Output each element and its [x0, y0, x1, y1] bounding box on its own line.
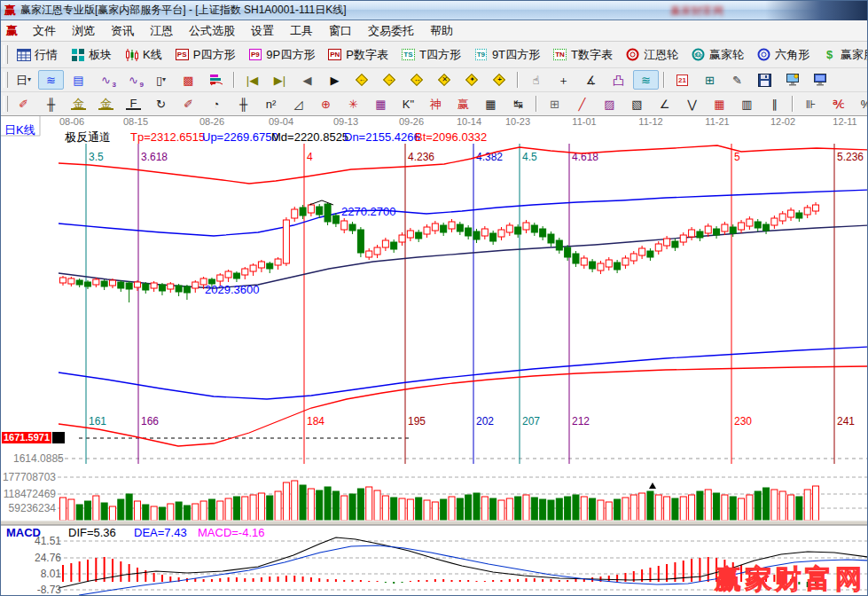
pattern-red-button[interactable]: ▩ [176, 70, 201, 90]
9t-square-button[interactable]: T99T四方形 [468, 44, 545, 66]
volume-bar [267, 496, 273, 521]
wave-9-button[interactable]: ∿9 [121, 70, 146, 90]
t-square-button[interactable]: TST四方形 [395, 44, 466, 66]
n-square-button[interactable]: n² [258, 94, 284, 114]
notes-button[interactable]: ✎ [724, 70, 750, 90]
remote-pc-button[interactable] [807, 70, 833, 90]
grid-red-button[interactable]: ▦ [707, 94, 732, 114]
candle-style-button[interactable]: ▯▾ [148, 70, 174, 90]
f-lines-button[interactable]: F [121, 95, 146, 113]
grid-purple-icon: ▦ [373, 97, 388, 111]
wave-3-button[interactable]: ∿3 [93, 70, 119, 90]
menu-item-窗口[interactable]: 窗口 [321, 21, 360, 41]
diamond-cross-button[interactable]: ✕ [432, 70, 457, 90]
menu-item-帮助[interactable]: 帮助 [422, 21, 461, 41]
volume-bar [680, 497, 686, 521]
time-circle-button[interactable]: ◔ [203, 94, 229, 114]
menu-item-工具[interactable]: 工具 [282, 21, 321, 41]
quotes-button[interactable]: 行情 [11, 44, 63, 66]
volume-bar [250, 495, 256, 521]
crosshair-tool-button[interactable]: ＋ [551, 70, 576, 90]
grid-purple-button[interactable]: ▦ [368, 94, 394, 114]
period-selector-button[interactable]: 日▾ [11, 70, 36, 90]
9p-square-button[interactable]: P99P四方形 [242, 44, 320, 66]
pattern-red-icon: ▩ [181, 73, 196, 87]
frame-tool-button[interactable]: ⊞ [542, 94, 567, 114]
calculator-button[interactable]: ⊞ [697, 70, 723, 90]
star-grid-button[interactable]: ✳ [340, 94, 366, 114]
gold-line-1-button[interactable]: 金 [66, 95, 91, 113]
menu-item-江恩[interactable]: 江恩 [142, 21, 181, 41]
net-tools-button[interactable] [779, 70, 805, 90]
next-bar-button[interactable]: ▶ [322, 70, 348, 90]
kline-icon [124, 48, 139, 62]
fan-red-button[interactable]: ╱ [569, 94, 595, 114]
pattern-teal-button[interactable]: ≋ [633, 70, 659, 90]
width-arrows-button[interactable]: ↹ [505, 94, 531, 114]
menu-item-公式选股[interactable]: 公式选股 [181, 21, 243, 41]
menu-item-浏览[interactable]: 浏览 [64, 21, 103, 41]
grid-lines-2-icon: ╫ [236, 97, 251, 111]
winner-wheel-button[interactable]: Big赢家轮 [685, 44, 749, 66]
percent-red-button[interactable]: ℀ [825, 94, 851, 114]
sectors-button[interactable]: 板块 [65, 44, 117, 66]
brush-tool-button[interactable]: ✐ [176, 94, 201, 114]
menu-item-文件[interactable]: 文件 [25, 21, 64, 41]
ying-tool-button[interactable]: 赢 [450, 94, 476, 114]
flag-tool-button[interactable]: 凸 [606, 70, 631, 90]
gann-ratio-label: 5.236 [837, 151, 864, 163]
histogram-button[interactable] [203, 70, 229, 90]
info-doc-button[interactable]: ▤ [66, 70, 91, 90]
grid-lines-2-button[interactable]: ╫ [231, 94, 256, 114]
save-button[interactable] [752, 70, 778, 90]
prev-bar-button[interactable]: ◀ [294, 70, 320, 90]
hand-tool-button[interactable]: ☝ [523, 70, 549, 90]
channel-param: Bt=2096.0332 [415, 130, 487, 144]
title-bar[interactable]: 赢 赢家江恩专业版[赢家内部服务平台] - [上证指数 SH1A0001-111… [1, 1, 867, 20]
menu-item-设置[interactable]: 设置 [243, 21, 282, 41]
gold-line-2-button[interactable]: 金 [93, 95, 119, 113]
grid-lines-button[interactable]: ╫ [38, 94, 64, 114]
chart-mode-button[interactable]: ≋ [38, 70, 64, 90]
gann-wheel-button[interactable]: 江恩轮 [620, 44, 684, 66]
first-page-button[interactable]: |◀ [239, 70, 265, 90]
spiral-tool-button[interactable]: ↻ [148, 94, 174, 114]
diamond-expand-button[interactable]: ↔ [404, 70, 430, 90]
v-lines-button[interactable]: ⋁ [679, 94, 705, 114]
9p-square-icon: P9 [247, 48, 262, 62]
bars-tool-button[interactable]: ⊪ [798, 94, 824, 114]
trend-angle-button[interactable]: ∠ [652, 94, 677, 114]
t-number-table-button[interactable]: TNT数字表 [547, 44, 618, 66]
candle-body [357, 230, 364, 253]
p-square-button[interactable]: PSP四方形 [169, 44, 241, 66]
diamond-plus-button[interactable]: + [487, 70, 512, 90]
shen-tool-button[interactable]: 神 [423, 94, 449, 114]
menu-item-交易委托[interactable]: 交易委托 [360, 21, 422, 41]
fan-purple-button[interactable]: ▨ [597, 94, 622, 114]
menu-item-资讯[interactable]: 资讯 [103, 21, 142, 41]
diamond-star-button[interactable]: ✦ [459, 70, 485, 90]
target-red-button[interactable]: ⊕ [313, 94, 339, 114]
grid-123-button[interactable]: ▦ [478, 94, 504, 114]
winner-service-label: 赢家服务 [841, 47, 868, 63]
last-page-button[interactable]: ▶| [267, 70, 293, 90]
volume-bar [399, 498, 405, 521]
grid-corner-button[interactable]: ▥ [734, 94, 760, 114]
diamond-right-button[interactable]: → [377, 70, 403, 90]
angle-tool-button[interactable]: ∡ [578, 70, 604, 90]
p-number-table-button[interactable]: PNP数字表 [322, 44, 394, 66]
kline-chart[interactable]: 3.51613.61816641844.2361954.3822024.5207… [1, 116, 868, 596]
percent-button[interactable]: % [853, 94, 868, 114]
fan-dark-button[interactable]: ▧ [624, 94, 650, 114]
kline-button[interactable]: K线 [119, 44, 168, 66]
calendar-button[interactable]: 21 [669, 70, 695, 90]
angle-mirror-button[interactable]: ◿ [285, 94, 311, 114]
parallel-lines-button[interactable]: ∥ [762, 94, 787, 114]
diamond-left-button[interactable]: ← [349, 70, 375, 90]
grid-red-icon: ▦ [712, 97, 727, 111]
pen-tool-button[interactable]: ✐ [11, 94, 36, 114]
f-lines-icon: F [126, 98, 141, 110]
k-notation-button[interactable]: K" [395, 94, 421, 114]
winner-service-button[interactable]: $赢家服务 [817, 44, 868, 66]
hexagon-button[interactable]: 六角形 [751, 44, 815, 66]
